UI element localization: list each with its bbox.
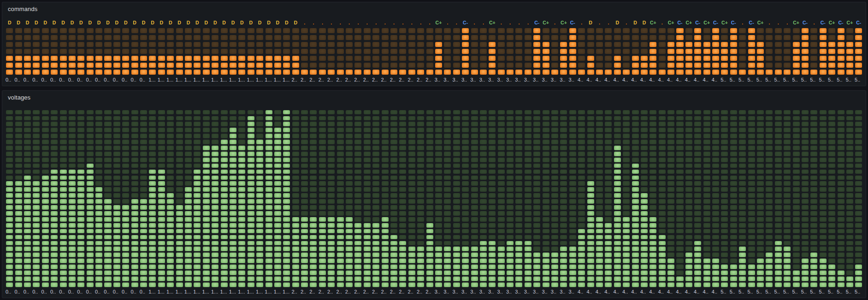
bar-column[interactable]: 4..	[667, 109, 675, 296]
bar-column[interactable]: 1...	[282, 109, 291, 296]
bar-column[interactable]: 3..	[550, 109, 559, 296]
bar-column[interactable]: 4..	[577, 109, 586, 296]
bar-column[interactable]: 4..	[640, 109, 649, 296]
bar-column[interactable]: 4..	[649, 109, 657, 296]
bar-column[interactable]: 5..	[809, 109, 818, 296]
bar-column[interactable]: .3..	[514, 19, 523, 84]
bar-column[interactable]: 0..	[5, 109, 14, 296]
bar-column[interactable]: .5..	[783, 19, 791, 84]
bar-column[interactable]: .3..	[506, 19, 514, 84]
bar-column[interactable]: .3..	[443, 19, 452, 84]
bar-column[interactable]: 5..	[819, 109, 827, 296]
bar-column[interactable]: C+5..	[791, 19, 800, 84]
bar-column[interactable]: 2..	[318, 109, 327, 296]
bar-column[interactable]: 2..	[390, 109, 398, 296]
bar-column[interactable]: .2..	[345, 19, 354, 84]
bar-column[interactable]: 5..	[827, 109, 836, 296]
bar-column[interactable]: 2..	[300, 109, 309, 296]
bar-column[interactable]: .2..	[407, 19, 416, 84]
bar-column[interactable]: C-5..	[729, 19, 738, 84]
bar-column[interactable]: D1...	[148, 19, 157, 84]
bar-column[interactable]: C-5..	[747, 19, 756, 84]
bar-column[interactable]: D1...	[166, 19, 175, 84]
bar-column[interactable]: .2..	[300, 19, 309, 84]
bar-column[interactable]: 5..	[729, 109, 738, 296]
bar-column[interactable]: 2..	[416, 109, 425, 296]
bar-column[interactable]: 5..	[765, 109, 774, 296]
bar-column[interactable]: C+5..	[720, 19, 729, 84]
bar-column[interactable]: 2..	[336, 109, 344, 296]
bar-column[interactable]: .5..	[738, 19, 747, 84]
bar-column[interactable]: D4..	[640, 19, 649, 84]
bar-column[interactable]: 3..	[461, 109, 470, 296]
bar-column[interactable]: 1...	[229, 109, 237, 296]
bar-column[interactable]: 4..	[586, 109, 595, 296]
bar-column[interactable]: C+5..	[845, 19, 854, 84]
bar-column[interactable]: 2..	[425, 109, 434, 296]
bar-column[interactable]: .4..	[658, 19, 667, 84]
bar-column[interactable]: .3..	[470, 19, 478, 84]
bar-column[interactable]: C+4..	[649, 19, 657, 84]
panel-commands-title[interactable]: commands	[8, 6, 37, 12]
bar-column[interactable]: 0..	[32, 109, 41, 296]
bar-column[interactable]: .2..	[416, 19, 425, 84]
bar-column[interactable]: .2..	[354, 19, 362, 84]
bar-column[interactable]: D1...	[211, 19, 219, 84]
bar-column[interactable]: D4..	[613, 19, 622, 84]
bar-column[interactable]: D1...	[202, 19, 211, 84]
bar-column[interactable]: .3..	[479, 19, 488, 84]
bar-column[interactable]: D1...	[273, 19, 282, 84]
bar-column[interactable]: D0..	[50, 19, 59, 84]
bar-column[interactable]: 1...	[184, 109, 193, 296]
bar-column[interactable]: D0..	[5, 19, 14, 84]
bar-column[interactable]: .3..	[496, 19, 505, 84]
bar-column[interactable]: 1...	[157, 109, 166, 296]
bar-column[interactable]: 4..	[685, 109, 693, 296]
bar-column[interactable]: .3..	[550, 19, 559, 84]
bar-column[interactable]: 4..	[595, 109, 604, 296]
bar-column[interactable]: C-5..	[836, 19, 845, 84]
bar-column[interactable]: 2..	[291, 109, 300, 296]
bar-column[interactable]: C+3..	[488, 19, 496, 84]
bar-column[interactable]: .2..	[390, 19, 398, 84]
bar-column[interactable]: 3..	[541, 109, 550, 296]
bar-column[interactable]: C+5..	[827, 19, 836, 84]
bar-column[interactable]: .4..	[604, 19, 613, 84]
panel-voltages-title[interactable]: voltages	[8, 94, 30, 101]
bar-column[interactable]: D1...	[247, 19, 255, 84]
bar-column[interactable]: D1...	[193, 19, 201, 84]
bar-column[interactable]: C+4..	[702, 19, 711, 84]
bar-column[interactable]: D1...	[175, 19, 183, 84]
bar-column[interactable]: .4..	[595, 19, 604, 84]
bar-column[interactable]: 2..	[407, 109, 416, 296]
bar-column[interactable]: 1...	[237, 109, 246, 296]
bar-column[interactable]: 2..	[363, 109, 372, 296]
bar-column[interactable]: 5..	[836, 109, 845, 296]
bar-column[interactable]: D0..	[103, 19, 112, 84]
bar-column[interactable]: .3..	[452, 19, 461, 84]
bar-column[interactable]: 5..	[720, 109, 729, 296]
bar-column[interactable]: D1...	[219, 19, 228, 84]
bar-column[interactable]: D0..	[14, 19, 23, 84]
bar-column[interactable]: C+4..	[667, 19, 675, 84]
bar-column[interactable]: 3..	[470, 109, 478, 296]
bar-column[interactable]: 5..	[756, 109, 765, 296]
bar-column[interactable]: 3..	[443, 109, 452, 296]
bar-column[interactable]: 0..	[94, 109, 103, 296]
bar-column[interactable]: 0..	[103, 109, 112, 296]
bar-column[interactable]: 0..	[50, 109, 59, 296]
bar-column[interactable]: 5..	[747, 109, 756, 296]
bar-column[interactable]: D1...	[264, 19, 273, 84]
bar-column[interactable]: 1...	[211, 109, 219, 296]
bar-column[interactable]: 5..	[774, 109, 783, 296]
bar-column[interactable]: .2..	[398, 19, 407, 84]
bar-column[interactable]: 3..	[488, 109, 496, 296]
bar-column[interactable]: 3..	[452, 109, 461, 296]
bar-column[interactable]: 0..	[121, 109, 130, 296]
bar-column[interactable]: 5..	[791, 109, 800, 296]
bar-column[interactable]: C+5..	[756, 19, 765, 84]
bar-column[interactable]: 1...	[166, 109, 175, 296]
bar-column[interactable]: D0..	[139, 19, 148, 84]
bar-column[interactable]: D0..	[130, 19, 139, 84]
bar-column[interactable]: C-3..	[461, 19, 470, 84]
